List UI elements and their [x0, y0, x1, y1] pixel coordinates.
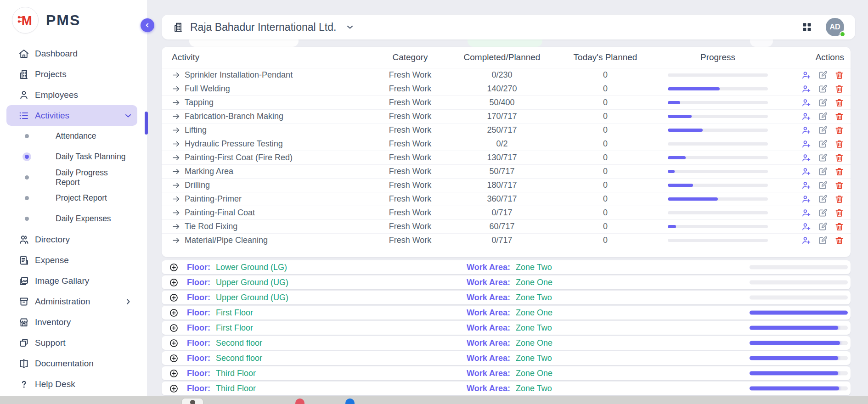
sidebar-item[interactable]: Project Report — [6, 188, 137, 208]
sidebar-item[interactable]: Daily Progress Report — [6, 167, 137, 188]
plus-circle-icon[interactable] — [169, 263, 179, 272]
plus-circle-icon[interactable] — [169, 338, 179, 348]
arrow-right-icon — [172, 208, 180, 217]
trash-icon[interactable] — [834, 139, 844, 149]
floor-row[interactable]: Floor: First Floor Work Area: Zone One — [162, 306, 851, 320]
person-add-icon[interactable] — [801, 112, 811, 121]
trash-icon[interactable] — [834, 180, 844, 190]
trash-icon[interactable] — [834, 153, 844, 163]
edit-icon[interactable] — [818, 222, 828, 231]
floor-row[interactable]: Floor: First Floor Work Area: Zone Two — [162, 321, 851, 335]
person-add-icon[interactable] — [801, 70, 811, 80]
dock-red-app-icon[interactable] — [295, 398, 304, 404]
edit-icon[interactable] — [818, 125, 828, 135]
edit-icon[interactable] — [818, 167, 828, 176]
trash-icon[interactable] — [834, 236, 844, 245]
work-area-name: Zone Two — [516, 354, 552, 363]
edit-icon[interactable] — [818, 180, 828, 190]
sidebar-item[interactable]: Activities — [6, 105, 137, 126]
sidebar-item[interactable]: Attendance — [6, 126, 137, 146]
person-add-icon[interactable] — [801, 222, 811, 231]
floor-label: Floor: — [187, 323, 210, 333]
apps-grid-button[interactable] — [801, 21, 813, 33]
person-add-icon[interactable] — [801, 139, 811, 149]
sidebar-item[interactable]: Help Desk — [6, 374, 137, 394]
edit-icon[interactable] — [818, 208, 828, 218]
edit-icon[interactable] — [818, 84, 828, 94]
trash-icon[interactable] — [834, 112, 844, 121]
sidebar-item[interactable]: Administration — [6, 291, 137, 312]
column-header-activity: Activity — [172, 52, 366, 62]
floor-row[interactable]: Floor: Lower Ground (LG) Work Area: Zone… — [162, 260, 851, 274]
sidebar-item[interactable]: Dashboard — [6, 43, 137, 64]
edit-icon[interactable] — [818, 236, 828, 245]
person-add-icon[interactable] — [801, 180, 811, 190]
edit-icon[interactable] — [818, 70, 828, 80]
floor-progress-bar — [750, 371, 848, 376]
company-selector[interactable]: Raja Bahadur International Ltd. — [173, 21, 355, 34]
floor-row[interactable]: Floor: Second floor Work Area: Zone Two — [162, 351, 851, 365]
trash-icon[interactable] — [834, 208, 844, 218]
edit-icon[interactable] — [818, 112, 828, 121]
dock-blue-app-icon[interactable] — [345, 398, 355, 404]
progress-bar — [668, 115, 768, 118]
person-add-icon[interactable] — [801, 167, 811, 176]
plus-circle-icon[interactable] — [169, 308, 179, 318]
plus-circle-icon[interactable] — [169, 278, 179, 287]
bullet-dot-icon — [25, 155, 29, 159]
floor-progress-bar — [750, 281, 848, 285]
svg-text:M: M — [22, 13, 32, 28]
plus-circle-icon[interactable] — [169, 354, 179, 363]
person-add-icon[interactable] — [801, 194, 811, 204]
sidebar-item[interactable]: Image Gallary — [6, 270, 137, 291]
floor-progress-bar — [750, 265, 848, 269]
plus-circle-icon[interactable] — [169, 384, 179, 393]
trash-icon[interactable] — [834, 222, 844, 231]
edit-icon[interactable] — [818, 153, 828, 163]
floor-row[interactable]: Floor: Second floor Work Area: Zone One — [162, 336, 851, 350]
person-add-icon[interactable] — [801, 236, 811, 245]
table-row: Hydraulic Pressure Testing Fresh Work 0/… — [162, 137, 851, 151]
person-add-icon[interactable] — [801, 84, 811, 94]
edit-icon[interactable] — [818, 98, 828, 107]
plus-circle-icon[interactable] — [169, 323, 179, 333]
sidebar-collapse-button[interactable] — [141, 18, 154, 32]
person-add-icon[interactable] — [801, 153, 811, 163]
sidebar-item[interactable]: Expense — [6, 250, 137, 270]
trash-icon[interactable] — [834, 194, 844, 204]
sidebar-item[interactable]: Support — [6, 332, 137, 353]
floor-name: Upper Ground (UG) — [216, 293, 288, 303]
sidebar-item[interactable]: Inventory — [6, 312, 137, 332]
sidebar-item[interactable]: Directory — [6, 229, 137, 250]
person-add-icon[interactable] — [801, 98, 811, 107]
floor-name: Third Floor — [216, 369, 256, 378]
sidebar-item[interactable]: Daily Task Planning — [6, 146, 137, 167]
dock-app-icon[interactable] — [181, 398, 203, 404]
avatar-initials: AD — [829, 23, 840, 31]
plus-circle-icon[interactable] — [169, 293, 179, 303]
edit-icon[interactable] — [818, 194, 828, 204]
trash-icon[interactable] — [834, 70, 844, 80]
sidebar-item[interactable]: Employees — [6, 84, 137, 105]
trash-icon[interactable] — [834, 84, 844, 94]
todays-planned-value: 0 — [550, 98, 660, 107]
floor-row[interactable]: Floor: Third Floor Work Area: Zone One — [162, 366, 851, 380]
floor-row[interactable]: Floor: Upper Ground (UG) Work Area: Zone… — [162, 275, 851, 289]
category-value: Fresh Work — [366, 236, 454, 245]
sidebar-item[interactable]: Daily Expenses — [6, 208, 137, 229]
person-add-icon[interactable] — [801, 125, 811, 135]
floor-row[interactable]: Floor: Third Floor Work Area: Zone Two — [162, 382, 851, 395]
sidebar-item[interactable]: Projects — [6, 64, 137, 84]
trash-icon[interactable] — [834, 125, 844, 135]
edit-icon[interactable] — [818, 139, 828, 149]
floor-row[interactable]: Floor: Upper Ground (UG) Work Area: Zone… — [162, 291, 851, 304]
user-avatar[interactable]: AD — [826, 18, 844, 36]
person-add-icon[interactable] — [801, 208, 811, 218]
plus-circle-icon[interactable] — [169, 369, 179, 378]
trash-icon[interactable] — [834, 98, 844, 107]
floor-progress-fill — [750, 326, 838, 330]
sidebar-item[interactable]: Documentation — [6, 353, 137, 374]
activity-name: Full Welding — [185, 84, 230, 94]
floor-label: Floor: — [187, 384, 210, 393]
trash-icon[interactable] — [834, 167, 844, 176]
